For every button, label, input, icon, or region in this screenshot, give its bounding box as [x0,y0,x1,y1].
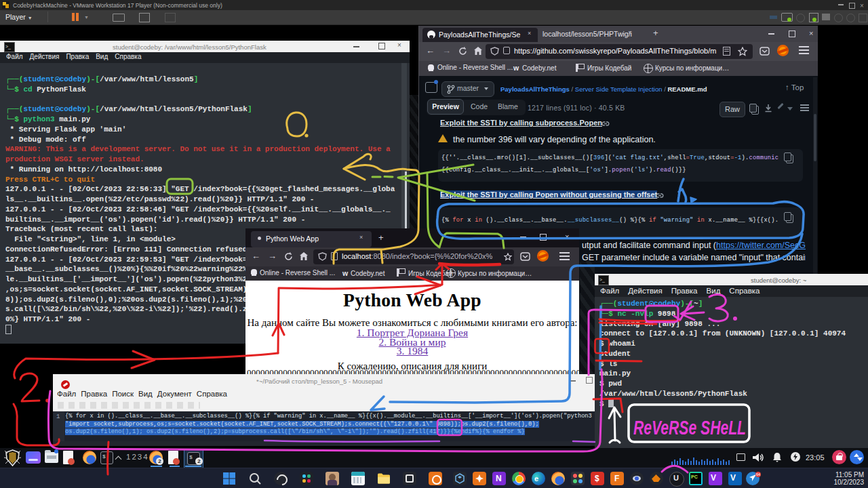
svg-text:ReVeRSe SHeLL: ReVeRSe SHeLL [633,417,746,439]
